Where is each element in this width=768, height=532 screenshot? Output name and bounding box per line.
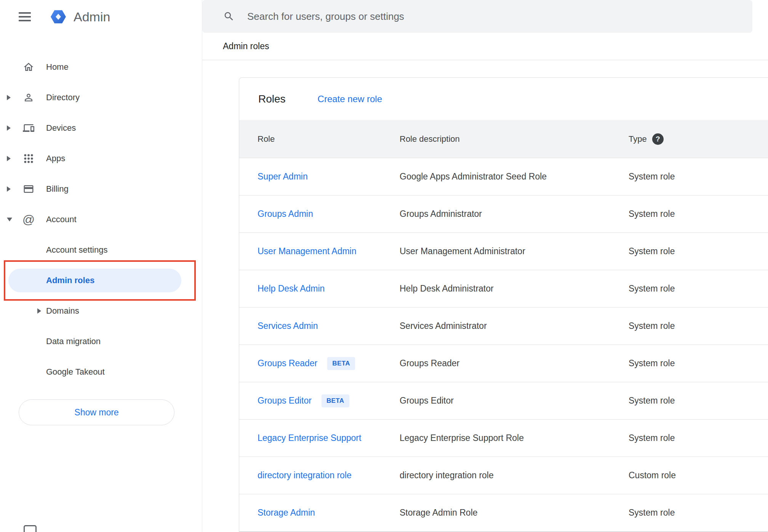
sidebar-item-directory[interactable]: Directory [0,82,202,113]
role-description: Google Apps Administrator Seed Role [400,171,629,182]
breadcrumb: Admin roles [223,41,269,51]
app-title: Admin [74,10,110,24]
role-description: Groups Reader [400,358,629,369]
sidebar-item-label: Admin roles [46,276,94,285]
sidebar-item-domains[interactable]: Domains [0,296,202,326]
role-link[interactable]: User Management Admin [258,246,357,256]
role-description: Legacy Enterprise Support Role [400,433,629,443]
sidebar-item-label: Devices [46,123,76,133]
role-link[interactable]: Super Admin [258,171,308,182]
roles-title: Roles [258,93,286,105]
menu-icon[interactable] [19,12,31,21]
collapse-arrow-icon[interactable] [7,218,12,221]
help-icon[interactable]: ? [652,133,664,145]
sidebar-item-apps[interactable]: Apps [0,143,202,174]
devices-icon [23,122,34,134]
search-icon [223,11,235,22]
table-row[interactable]: directory integration role directory int… [239,457,768,494]
roles-card: Roles Create new role Role Role descript… [239,77,768,532]
expand-arrow-icon[interactable] [7,125,11,131]
expand-arrow-icon[interactable] [37,308,41,314]
role-description: Storage Admin Role [400,508,629,518]
role-link[interactable]: Groups Reader [258,358,317,369]
role-type: System role [629,171,768,182]
search-bar[interactable] [202,0,752,33]
table-row[interactable]: Services Admin Services Administrator Sy… [239,308,768,345]
sidebar-item-devices[interactable]: Devices [0,113,202,143]
apps-grid-icon [23,153,34,164]
person-icon [23,92,34,103]
table-row[interactable]: Super Admin Google Apps Administrator Se… [239,158,768,195]
sidebar-item-account-settings[interactable]: Account settings [0,235,202,265]
role-description: Groups Editor [400,396,629,406]
beta-badge: BETA [327,357,355,370]
role-link[interactable]: Services Admin [258,321,318,331]
main-area: Admin roles Roles Create new role Role R… [202,0,768,532]
sidebar-item-home[interactable]: Home [0,52,202,82]
search-input[interactable] [247,11,752,22]
role-link[interactable]: Groups Editor [258,396,312,406]
sidebar-nav: Home Directory Devices [0,34,202,425]
table-row[interactable]: Legacy Enterprise Support Legacy Enterpr… [239,420,768,457]
role-type: System role [629,508,768,518]
show-more-label: Show more [74,407,118,418]
sidebar-item-label: Domains [46,306,79,316]
sidebar-item-google-takeout[interactable]: Google Takeout [0,357,202,387]
account-sub-list: Account settings Admin roles Domains Dat… [0,235,202,387]
expand-arrow-icon[interactable] [7,186,11,192]
role-description: User Management Administrator [400,246,629,256]
show-more-button[interactable]: Show more [19,399,174,425]
role-type: Custom role [629,470,768,481]
sidebar-item-account[interactable]: @ Account [0,204,202,235]
partial-bottom-icon [24,525,37,532]
sidebar-item-label: Directory [46,93,80,103]
role-description: directory integration role [400,470,629,481]
beta-badge: BETA [322,394,349,407]
role-description: Services Administrator [400,321,629,331]
table-row[interactable]: Groups Reader BETA Groups Reader System … [239,345,768,382]
column-header-type: Type ? [629,133,768,145]
role-type: System role [629,246,768,256]
search-row [202,0,768,33]
sidebar-item-label: Account settings [46,245,107,255]
role-link[interactable]: directory integration role [258,470,352,481]
at-sign-icon: @ [23,214,34,225]
home-icon [23,61,34,73]
billing-card-icon [23,183,34,195]
role-link[interactable]: Legacy Enterprise Support [258,433,361,443]
table-row[interactable]: User Management Admin User Management Ad… [239,233,768,270]
sidebar-item-label: Apps [46,154,65,163]
breadcrumb-row: Admin roles [202,33,768,60]
table-row[interactable]: Groups Editor BETA Groups Editor System … [239,382,768,420]
sidebar-item-label: Account [46,215,77,224]
sidebar-item-label: Data migration [46,337,101,346]
column-header-type-label: Type [629,134,647,144]
role-type: System role [629,396,768,406]
content: Roles Create new role Role Role descript… [202,60,768,532]
role-type: System role [629,284,768,294]
table-row[interactable]: Groups Admin Groups Administrator System… [239,195,768,233]
role-link[interactable]: Storage Admin [258,508,315,518]
sidebar-item-billing[interactable]: Billing [0,174,202,204]
roles-card-header: Roles Create new role [239,78,768,120]
column-header-role: Role [258,134,400,144]
role-description: Groups Administrator [400,209,629,219]
expand-arrow-icon[interactable] [7,156,11,161]
create-new-role-link[interactable]: Create new role [318,94,382,104]
expand-arrow-icon[interactable] [7,95,11,100]
sidebar-header: Admin [0,0,202,34]
sidebar-item-data-migration[interactable]: Data migration [0,326,202,357]
role-type: System role [629,358,768,369]
column-header-description: Role description [400,134,629,144]
sidebar-item-label: Home [46,62,69,72]
role-link[interactable]: Groups Admin [258,209,313,219]
sidebar-item-label: Billing [46,184,69,194]
table-header-row: Role Role description Type ? [239,120,768,158]
role-type: System role [629,209,768,219]
admin-logo-icon [49,8,67,26]
sidebar-item-admin-roles[interactable]: Admin roles [8,269,181,292]
table-row[interactable]: Storage Admin Storage Admin Role System … [239,494,768,532]
table-row[interactable]: Help Desk Admin Help Desk Administrator … [239,270,768,308]
role-link[interactable]: Help Desk Admin [258,284,325,294]
role-description: Help Desk Administrator [400,284,629,294]
